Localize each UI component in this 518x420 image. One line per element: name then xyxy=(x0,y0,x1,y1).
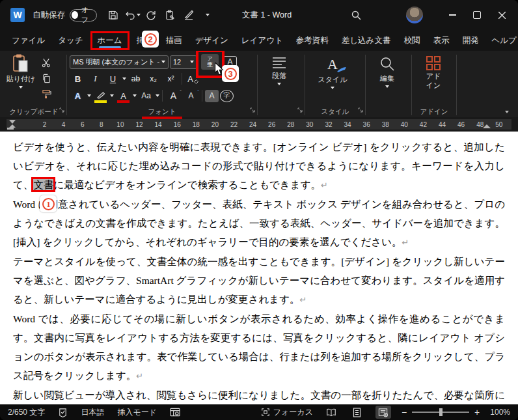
zoom-out-button[interactable]: − xyxy=(402,407,407,417)
zoom-in-button[interactable]: + xyxy=(474,407,480,417)
font-dialog-launcher-icon[interactable] xyxy=(250,104,256,116)
styles-button-label: スタイル xyxy=(318,75,347,85)
separator xyxy=(182,73,182,85)
font-color-dropdown-icon[interactable] xyxy=(133,94,137,97)
tab-view[interactable]: 表示 xyxy=(426,31,456,50)
language-status[interactable]: 日本語 xyxy=(81,407,104,418)
paragraph-4: Word では、必要に応じてその場に新しいボタンが表示されるため、効率よく操作を… xyxy=(13,309,505,385)
character-shading-button[interactable]: A xyxy=(205,90,219,102)
insert-mode-status[interactable]: 挿入モード xyxy=(117,407,157,418)
styles-dropdown-icon xyxy=(331,87,334,89)
text-effects-dropdown-icon[interactable] xyxy=(87,94,91,97)
font-row-3: A A Aa A ˆ xyxy=(70,87,254,104)
tab-draw[interactable]: 描画 xyxy=(159,31,189,50)
maximize-button[interactable] xyxy=(465,4,489,26)
paste-dropdown-icon[interactable] xyxy=(19,86,23,89)
first-line-indent-marker[interactable] xyxy=(9,120,16,124)
phonetic-guide-button[interactable]: ア 亜 3 xyxy=(201,54,219,70)
shrink-font-button[interactable]: A ˇ xyxy=(183,89,199,104)
annotation-red-underline xyxy=(142,117,182,119)
font-size-combo[interactable]: 12 xyxy=(170,55,197,69)
cut-icon[interactable] xyxy=(39,56,53,69)
font-name-dropdown-icon[interactable] xyxy=(161,61,165,63)
bold-button[interactable]: B xyxy=(70,72,86,87)
font-name-combo[interactable]: MS 明朝 (本文のフォント - 日 xyxy=(70,55,169,69)
tab-file[interactable]: ファイル xyxy=(5,31,51,50)
ruler-number: 26 xyxy=(262,121,281,128)
tab-help[interactable]: ヘルプ xyxy=(485,31,518,50)
tab-mailings[interactable]: 差し込み文書 xyxy=(335,31,398,50)
format-painter-icon[interactable] xyxy=(39,87,53,100)
ruler-strip[interactable]: 2468101214161820222426283032343638404244… xyxy=(7,119,511,130)
paragraph-mark: ↵ xyxy=(321,180,328,190)
clipboard-edit-icon[interactable] xyxy=(161,7,178,23)
tab-layout[interactable]: レイアウト xyxy=(235,31,290,50)
search-icon[interactable] xyxy=(348,7,364,23)
superscript-button[interactable]: x² xyxy=(163,72,179,87)
change-case-button[interactable]: Aa xyxy=(138,89,154,104)
tab-review[interactable]: 校閲 xyxy=(397,31,426,50)
document-title: 文書 1 - Word xyxy=(195,10,338,21)
text-effects-diamond-icon xyxy=(194,79,198,84)
font-size-dropdown-icon[interactable] xyxy=(190,61,194,63)
addins-button[interactable]: アドイン xyxy=(415,53,452,107)
underline-dropdown-icon[interactable] xyxy=(122,77,126,80)
underline-button[interactable]: U xyxy=(105,72,121,87)
print-layout-button[interactable] xyxy=(349,406,365,419)
font-color-button[interactable]: A xyxy=(115,89,131,104)
paragraph-dialog-launcher-icon[interactable] xyxy=(297,104,303,116)
undo-icon[interactable] xyxy=(124,7,141,23)
user-avatar[interactable] xyxy=(406,7,423,23)
save-icon[interactable] xyxy=(105,7,122,23)
word-count[interactable]: 2/650 文字 xyxy=(8,407,45,418)
strikethrough-button[interactable]: ab xyxy=(128,72,144,87)
styles-dialog-launcher-icon[interactable] xyxy=(358,104,364,116)
macro-record-icon[interactable] xyxy=(170,408,180,417)
text-effects-color-button[interactable]: A xyxy=(70,89,86,104)
paragraph-button[interactable]: 段落 xyxy=(260,53,298,107)
read-mode-button[interactable] xyxy=(323,406,339,419)
zoom-control: − + xyxy=(402,407,480,417)
autosave-toggle[interactable]: オフ xyxy=(70,9,97,21)
tab-references[interactable]: 参考資料 xyxy=(290,31,335,50)
highlight-dropdown-icon[interactable] xyxy=(110,94,114,97)
zoom-slider-thumb[interactable] xyxy=(439,408,443,416)
change-case-dropdown-icon[interactable] xyxy=(156,94,159,97)
editing-button[interactable]: 編集 xyxy=(368,53,406,107)
clipboard-dialog-launcher-icon[interactable] xyxy=(59,104,65,116)
subscript-button[interactable]: x₂ xyxy=(145,72,161,87)
ruler-number: 16 xyxy=(168,121,187,128)
tab-home[interactable]: ホーム xyxy=(90,31,130,50)
selected-word[interactable]: 文書1 xyxy=(33,179,53,190)
collapse-ribbon-icon[interactable] xyxy=(505,111,509,113)
autosave-label: 自動保存 xyxy=(33,10,65,21)
find-icon xyxy=(379,56,395,72)
focus-mode-button[interactable]: フォーカス xyxy=(261,407,313,418)
enclose-characters-button[interactable]: 字 xyxy=(220,90,234,102)
styles-icon: A xyxy=(327,56,338,73)
word-logo-icon[interactable]: W xyxy=(10,8,25,22)
undo-dropdown-icon[interactable] xyxy=(137,14,141,16)
italic-button[interactable]: I xyxy=(87,72,103,87)
text-highlight-button[interactable] xyxy=(92,89,109,104)
editing-label: 編集 xyxy=(380,74,394,83)
grow-font-button[interactable]: A ˆ xyxy=(165,89,182,104)
right-indent-marker[interactable] xyxy=(483,124,491,128)
paste-button[interactable]: 貼り付け xyxy=(4,53,38,107)
zoom-level[interactable]: 100% xyxy=(490,408,510,417)
left-indent-marker[interactable] xyxy=(7,128,14,130)
document-canvas[interactable]: ビデオを使うと、伝えたい内容を明確に表現できます。[オンライン ビデオ] をクリ… xyxy=(0,132,518,404)
proofing-status-icon[interactable] xyxy=(58,408,68,417)
tab-developer[interactable]: 開発 xyxy=(456,31,485,50)
minimize-button[interactable] xyxy=(440,4,465,26)
close-button[interactable] xyxy=(489,4,514,26)
redo-icon[interactable] xyxy=(143,7,159,23)
copy-icon[interactable] xyxy=(39,72,53,85)
styles-button[interactable]: A スタイル xyxy=(308,53,357,107)
autosave-control[interactable]: 自動保存 オフ xyxy=(33,9,97,21)
tab-touch[interactable]: タッチ xyxy=(51,31,89,50)
tab-design[interactable]: デザイン xyxy=(189,31,235,50)
web-layout-button[interactable] xyxy=(375,406,391,419)
font-group-label: フォント xyxy=(67,107,257,117)
zoom-slider[interactable] xyxy=(412,412,469,413)
